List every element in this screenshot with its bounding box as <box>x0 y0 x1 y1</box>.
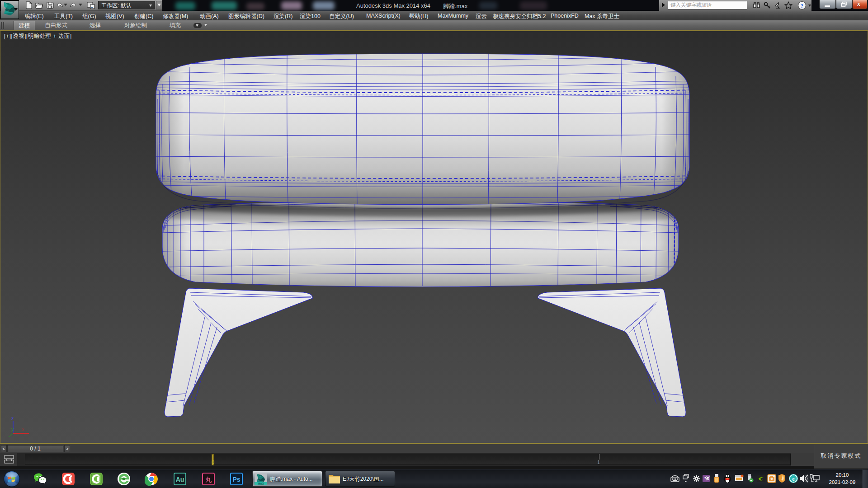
svg-text:Ps: Ps <box>232 476 240 483</box>
svg-text:y: y <box>11 427 14 432</box>
svg-text:N: N <box>704 476 708 481</box>
svg-text:x: x <box>22 427 24 432</box>
svg-text:?: ? <box>801 2 804 9</box>
svg-text:Au: Au <box>176 476 184 483</box>
svg-text:e: e <box>792 476 795 482</box>
svg-text:丸: 丸 <box>205 476 212 483</box>
svg-text:z: z <box>11 416 14 421</box>
svg-text:MAX: MAX <box>258 482 264 485</box>
